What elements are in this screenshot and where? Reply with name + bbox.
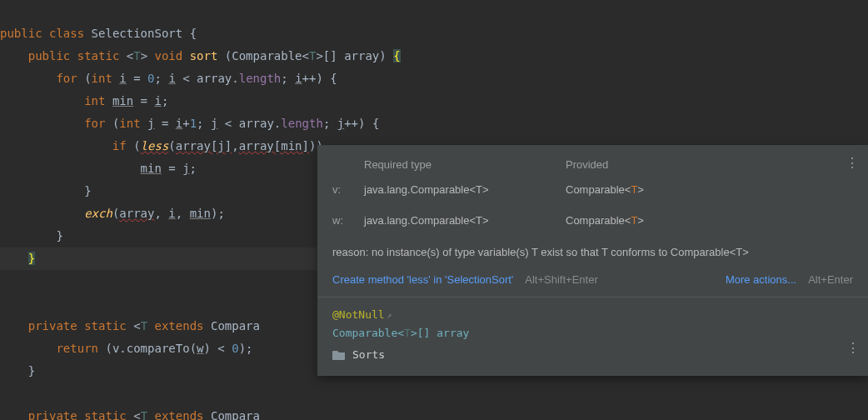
code-line: } — [0, 364, 35, 378]
folder-icon — [332, 349, 346, 361]
param-label: w: — [332, 212, 364, 229]
code-line: private static <T extends Compara — [0, 319, 260, 332]
code-line: return (v.compareTo(w) < 0); — [0, 342, 253, 355]
param-label: v: — [332, 182, 364, 198]
header-required: Required type — [364, 157, 566, 173]
code-line: if (less(array[j],array[min])) — [0, 139, 323, 152]
param-row: v: java.lang.Comparable<T> Comparable<T> — [332, 182, 853, 198]
more-actions-shortcut: Alt+Enter — [808, 272, 853, 288]
error-reason: reason: no instance(s) of type variable(… — [332, 244, 853, 261]
code-line: min = j; — [0, 162, 197, 175]
more-options-icon[interactable]: ⋮ — [846, 337, 860, 359]
code-line: } — [0, 229, 63, 242]
code-line — [0, 387, 7, 400]
external-link-icon[interactable]: ↗ — [387, 310, 392, 321]
code-line: public static <T> void sort (Comparable<… — [0, 49, 401, 62]
header-provided: Provided — [566, 157, 853, 173]
doc-annotation: @NotNull↗ — [332, 306, 853, 324]
code-line: private static <T extends Compara — [0, 409, 260, 420]
param-provided: Comparable<T> — [566, 182, 853, 198]
code-line: public class SelectionSort { — [0, 27, 197, 40]
quickfix-shortcut: Alt+Shift+Enter — [525, 272, 597, 288]
code-line: for (int j = i+1; j < array.length; j++)… — [0, 117, 379, 130]
param-required: java.lang.Comparable<T> — [364, 182, 566, 198]
code-line: for (int i = 0; i < array.length; i++) { — [0, 72, 337, 85]
quickfix-link[interactable]: Create method 'less' in 'SelectionSort' — [332, 272, 513, 288]
param-required: java.lang.Comparable<T> — [364, 212, 566, 229]
code-line — [0, 297, 7, 310]
error-tooltip: ⋮ Required type Provided v: java.lang.Co… — [317, 145, 868, 376]
more-options-icon[interactable]: ⋮ — [846, 153, 860, 173]
more-actions-link[interactable]: More actions... — [726, 272, 796, 288]
code-line: int min = i; — [0, 94, 168, 108]
doc-signature: Comparable<T>[] array — [332, 324, 853, 342]
code-line: } — [0, 184, 92, 198]
code-line: exch(array, i, min); — [0, 207, 225, 220]
param-provided: Comparable<T> — [566, 212, 853, 229]
param-row: w: java.lang.Comparable<T> Comparable<T> — [332, 212, 853, 229]
doc-breadcrumb[interactable]: Sorts — [332, 346, 853, 364]
